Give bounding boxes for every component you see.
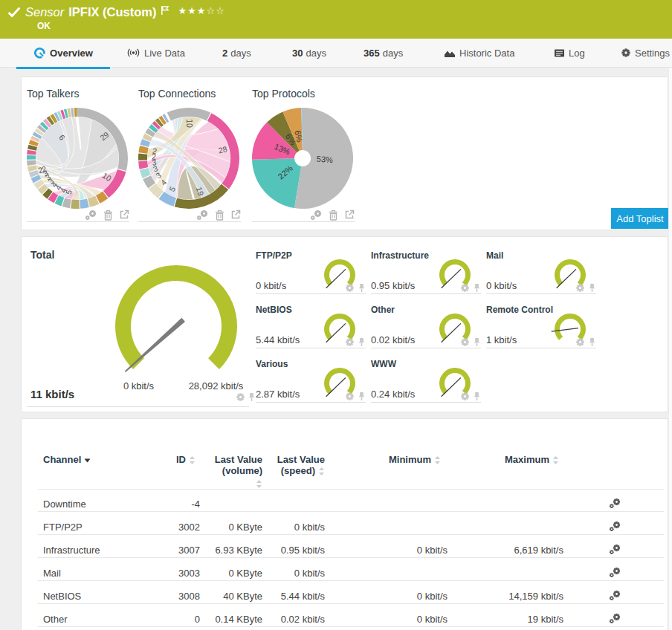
tab-2-days[interactable]: 2days: [222, 39, 251, 67]
tab-label: Settings: [635, 48, 670, 59]
table-row-infrastructure: Infrastructure 3007 6.93 KByte 0.95 kbit…: [38, 535, 664, 558]
channel-gauge-actions: [460, 337, 481, 347]
gears-icon[interactable]: [609, 566, 621, 578]
gear-icon[interactable]: [460, 392, 470, 401]
total-gauge-actions: [236, 392, 256, 402]
gears-icon[interactable]: [609, 543, 621, 555]
channel-gauge-various: Various2.87 kbit/s: [256, 354, 366, 409]
gears-icon[interactable]: [609, 589, 621, 601]
tab-settings[interactable]: Settings: [621, 39, 670, 67]
gear-icon[interactable]: [575, 337, 585, 347]
cell-channel[interactable]: Infrastructure: [38, 535, 140, 558]
cell-channel[interactable]: NetBIOS: [38, 581, 140, 604]
tab-label: days: [383, 48, 403, 59]
cell-channel-settings: [563, 581, 664, 604]
col-header-channel[interactable]: Channel: [38, 449, 140, 490]
tab-log[interactable]: Log: [554, 39, 585, 67]
sort-icon[interactable]: [189, 455, 196, 465]
pin-icon[interactable]: [473, 283, 481, 293]
gears-icon[interactable]: [310, 209, 323, 221]
tab-overview[interactable]: Overview: [16, 39, 110, 69]
tab-bar: OverviewLive Data2days30days365daysHisto…: [0, 39, 672, 68]
channel-gauge-actions: [345, 392, 366, 401]
channel-value: 0 kbit/s: [486, 280, 517, 291]
add-toplist-button[interactable]: Add Toplist: [611, 208, 669, 229]
sort-icon[interactable]: [552, 455, 559, 465]
col-header-last-value-volume[interactable]: Last Value(volume): [200, 449, 262, 490]
trash-icon[interactable]: [103, 210, 113, 221]
toplist-top-protocols: Top Protocols53%22%13%6%6%: [252, 81, 355, 222]
tab-365-days[interactable]: 365days: [364, 39, 403, 67]
pin-icon[interactable]: [588, 283, 596, 293]
sort-icon[interactable]: [256, 479, 262, 489]
cell-channel[interactable]: Mail: [38, 558, 140, 581]
gear-icon[interactable]: [345, 392, 355, 401]
tab-historic-data[interactable]: Historic Data: [444, 39, 514, 67]
pin-icon[interactable]: [473, 392, 481, 401]
tab-label: Live Data: [144, 48, 185, 59]
cell-channel[interactable]: FTP/P2P: [38, 512, 140, 535]
gears-icon[interactable]: [609, 612, 621, 624]
external-link-icon[interactable]: [119, 210, 129, 220]
channel-name: Other: [371, 305, 395, 315]
gear-icon[interactable]: [236, 392, 245, 402]
pin-icon[interactable]: [473, 337, 481, 347]
gear-icon[interactable]: [345, 337, 355, 347]
gears-icon[interactable]: [85, 209, 97, 221]
channel-value: 0.24 kbit/s: [371, 389, 415, 400]
cell-channel[interactable]: Downtime: [38, 490, 140, 512]
scrollbar-track[interactable]: [668, 68, 672, 630]
channel-value: 0 kbit/s: [256, 280, 286, 291]
sort-caret-down-icon[interactable]: [84, 458, 91, 463]
gear-icon[interactable]: [460, 283, 470, 293]
channel-value: 0.95 kbit/s: [371, 280, 415, 291]
toplist-donut-chart[interactable]: 53%22%13%6%6%: [251, 106, 355, 210]
toplist-chord-chart[interactable]: 1028195433322: [137, 106, 241, 210]
cell-minimum: [325, 558, 448, 581]
trash-icon[interactable]: [329, 210, 338, 221]
tab-live-data[interactable]: Live Data: [126, 39, 185, 67]
col-header-id[interactable]: ID: [140, 449, 200, 490]
table-row-mail: Mail 3003 0 KByte 0 kbit/s: [38, 558, 664, 581]
priority-flag-icon[interactable]: [160, 4, 171, 16]
channel-gauge-infrastructure: Infrastructure0.95 kbit/s: [371, 246, 481, 300]
col-header-last-value-speed[interactable]: Last Value(speed): [262, 449, 325, 490]
cell-channel[interactable]: Other: [38, 604, 140, 627]
channel-name: Infrastructure: [371, 250, 429, 261]
toplists-card: Add Toplist Top Talkers29105444333262Top…: [21, 77, 668, 230]
sort-icon[interactable]: [434, 455, 441, 465]
sort-icon[interactable]: [318, 467, 325, 476]
tab-30-days[interactable]: 30days: [292, 39, 326, 67]
live-data-icon: [126, 48, 140, 58]
pin-icon[interactable]: [588, 337, 596, 347]
tab-label: days: [230, 48, 251, 59]
col-header-maximum[interactable]: Maximum: [448, 449, 563, 490]
gear-icon[interactable]: [345, 283, 355, 293]
channel-gauge-actions: [575, 283, 596, 293]
pin-icon[interactable]: [358, 337, 366, 347]
status-check-icon: [6, 4, 22, 20]
gear-icon[interactable]: [460, 337, 470, 347]
live-tab-icon: [126, 48, 140, 58]
gears-icon[interactable]: [609, 497, 621, 509]
pin-icon[interactable]: [358, 392, 366, 401]
gear-icon[interactable]: [575, 283, 585, 293]
external-link-icon[interactable]: [344, 210, 355, 220]
col-header-minimum[interactable]: Minimum: [325, 449, 448, 490]
toplist-chord-chart[interactable]: 29105444333262: [25, 106, 129, 210]
channel-value: 0.02 kbit/s: [371, 334, 415, 345]
gears-icon[interactable]: [609, 520, 621, 532]
priority-stars[interactable]: ★★★☆☆: [178, 5, 225, 16]
trash-icon[interactable]: [215, 210, 224, 221]
gears-icon[interactable]: [196, 209, 209, 221]
pin-icon[interactable]: [358, 283, 366, 293]
channel-gauge-remote-control: Remote Control1 kbit/s: [486, 300, 596, 354]
tab-number: 30: [292, 48, 303, 59]
separator: [371, 348, 481, 348]
channel-value: 2.87 kbit/s: [256, 389, 300, 400]
pin-icon[interactable]: [248, 392, 256, 402]
cell-maximum: 19 kbit/s: [448, 604, 563, 627]
hist-tab-icon: [444, 48, 456, 58]
channel-gauge-actions: [460, 392, 481, 401]
external-link-icon[interactable]: [230, 210, 241, 220]
